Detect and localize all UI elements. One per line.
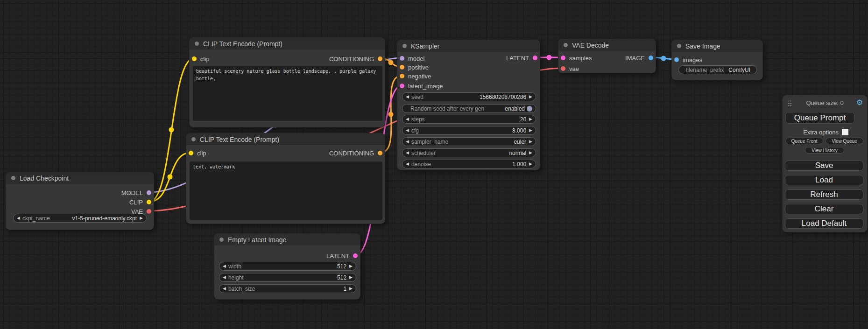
output-slot-latent[interactable]: LATENT [506,54,537,62]
toggle-on-icon[interactable] [527,106,532,112]
node-empty-latent-image[interactable]: Empty Latent Image LATENT ◀ width 512 ▶ … [214,233,360,300]
decrement-arrow-icon[interactable]: ◀ [406,140,409,144]
output-slot-clip[interactable]: CLIP [129,198,151,206]
increment-arrow-icon[interactable]: ▶ [349,287,353,291]
width-widget[interactable]: ◀ width 512 ▶ [219,262,356,271]
negative-prompt-textarea[interactable]: text, watermark [190,161,382,220]
conditioning-port-dot[interactable] [400,65,404,70]
denoise-widget[interactable]: ◀ denoise 1.000 ▶ [402,160,536,168]
model-port-dot[interactable] [147,190,151,195]
decrement-arrow-icon[interactable]: ◀ [406,117,409,121]
height-widget[interactable]: ◀ height 512 ▶ [219,273,356,282]
decrement-arrow-icon[interactable]: ◀ [406,128,409,133]
node-title-bar[interactable]: KSampler [397,40,540,52]
increment-arrow-icon[interactable]: ▶ [529,151,532,155]
scheduler-widget[interactable]: ◀ scheduler normal ▶ [402,148,536,157]
clear-button[interactable]: Clear [785,204,863,214]
node-save-image[interactable]: Save Image images filename_prefix ComfyU… [671,40,763,80]
decrement-arrow-icon[interactable]: ◀ [17,216,20,220]
decrement-arrow-icon[interactable]: ◀ [223,287,226,291]
input-slot-samples[interactable]: samples [561,54,592,62]
collapse-dot-icon[interactable] [11,176,15,180]
clip-port-dot[interactable] [192,56,197,61]
output-slot-model[interactable]: MODEL [121,189,151,196]
output-slot-latent[interactable]: LATENT [326,252,358,259]
clip-port-dot[interactable] [189,151,193,155]
positive-prompt-textarea[interactable]: beautiful scenery nature glass bottle la… [193,66,382,121]
decrement-arrow-icon[interactable]: ◀ [406,162,409,166]
output-slot-image[interactable]: IMAGE [625,54,653,62]
output-slot-conditioning[interactable]: CONDITIONING [329,149,382,157]
input-slot-latent-image[interactable]: latent_image [400,82,443,90]
node-title-bar[interactable]: CLIP Text Encode (Prompt) [190,38,385,49]
node-title-bar[interactable]: CLIP Text Encode (Prompt) [186,133,385,145]
node-vae-decode[interactable]: VAE Decode samples vae IMAGE [558,39,656,73]
node-title-bar[interactable]: Empty Latent Image [214,234,360,245]
input-slot-positive[interactable]: positive [400,63,429,71]
load-button[interactable]: Load [785,175,863,185]
increment-arrow-icon[interactable]: ▶ [529,128,532,133]
vae-port-dot[interactable] [561,66,565,71]
collapse-dot-icon[interactable] [564,43,568,47]
image-port-dot[interactable] [674,57,679,62]
node-ksampler[interactable]: KSampler model positive negative latent_… [397,40,540,170]
input-slot-negative[interactable]: negative [400,72,431,80]
ckpt-name-widget[interactable]: ◀ ckpt_name v1-5-pruned-emaonly.ckpt ▶ [13,214,147,223]
view-queue-button[interactable]: View Queue [826,138,863,144]
output-slot-conditioning[interactable]: CONDITIONING [329,55,382,63]
collapse-dot-icon[interactable] [219,238,224,242]
node-title-bar[interactable]: Save Image [672,40,762,52]
node-clip-text-encode-positive[interactable]: CLIP Text Encode (Prompt) clip CONDITION… [189,37,385,127]
collapse-dot-icon[interactable] [402,44,407,48]
input-slot-images[interactable]: images [674,56,702,63]
latent-port-dot[interactable] [561,56,565,60]
increment-arrow-icon[interactable]: ▶ [529,140,532,144]
cfg-widget[interactable]: ◀ cfg 8.000 ▶ [402,126,536,135]
latent-port-dot[interactable] [533,56,537,60]
decrement-arrow-icon[interactable]: ◀ [406,151,409,155]
refresh-button[interactable]: Refresh [785,189,863,200]
model-port-dot[interactable] [400,56,404,61]
collapse-dot-icon[interactable] [195,42,199,46]
collapse-dot-icon[interactable] [191,137,196,141]
conditioning-port-dot[interactable] [378,151,382,155]
increment-arrow-icon[interactable]: ▶ [349,264,353,268]
node-clip-text-encode-negative[interactable]: CLIP Text Encode (Prompt) clip CONDITION… [186,133,385,224]
decrement-arrow-icon[interactable]: ◀ [223,264,226,268]
input-slot-vae[interactable]: vae [561,65,579,72]
increment-arrow-icon[interactable]: ▶ [529,117,532,121]
filename-prefix-widget[interactable]: filename_prefix ComfyUI [678,65,757,74]
sampler-name-widget[interactable]: ◀ sampler_name euler ▶ [402,137,536,146]
conditioning-port-dot[interactable] [400,74,404,78]
node-load-checkpoint[interactable]: Load Checkpoint MODEL CLIP VAE ◀ ckpt_na… [6,172,154,230]
node-title-bar[interactable]: VAE Decode [558,39,656,51]
view-history-button[interactable]: View History [805,147,844,154]
decrement-arrow-icon[interactable]: ◀ [223,275,226,280]
vae-port-dot[interactable] [147,209,151,214]
increment-arrow-icon[interactable]: ▶ [140,216,143,220]
latent-port-dot[interactable] [400,84,404,88]
seed-widget[interactable]: ◀ seed 156680208700286 ▶ [402,92,536,101]
input-slot-model[interactable]: model [400,55,424,62]
clip-port-dot[interactable] [147,200,151,204]
queue-prompt-button[interactable]: Queue Prompt [785,112,854,124]
conditioning-port-dot[interactable] [378,56,382,61]
collapse-dot-icon[interactable] [677,44,681,48]
latent-port-dot[interactable] [353,253,358,258]
steps-widget[interactable]: ◀ steps 20 ▶ [402,115,536,124]
increment-arrow-icon[interactable]: ▶ [529,162,532,166]
decrement-arrow-icon[interactable]: ◀ [406,95,409,99]
save-button[interactable]: Save [785,161,863,171]
input-slot-clip[interactable]: clip [192,55,210,63]
node-title-bar[interactable]: Load Checkpoint [6,172,154,184]
image-port-dot[interactable] [649,56,653,60]
gear-icon[interactable]: ⚙ [856,98,863,107]
increment-arrow-icon[interactable]: ▶ [349,275,353,280]
extra-options-checkbox[interactable] [842,129,848,135]
queue-front-button[interactable]: Queue Front [785,138,823,144]
input-slot-clip[interactable]: clip [189,149,206,157]
increment-arrow-icon[interactable]: ▶ [529,95,532,99]
batch-size-widget[interactable]: ◀ batch_size 1 ▶ [219,284,356,293]
load-default-button[interactable]: Load Default [785,218,863,229]
random-seed-toggle-widget[interactable]: Random seed after every gen enabled [402,104,536,113]
